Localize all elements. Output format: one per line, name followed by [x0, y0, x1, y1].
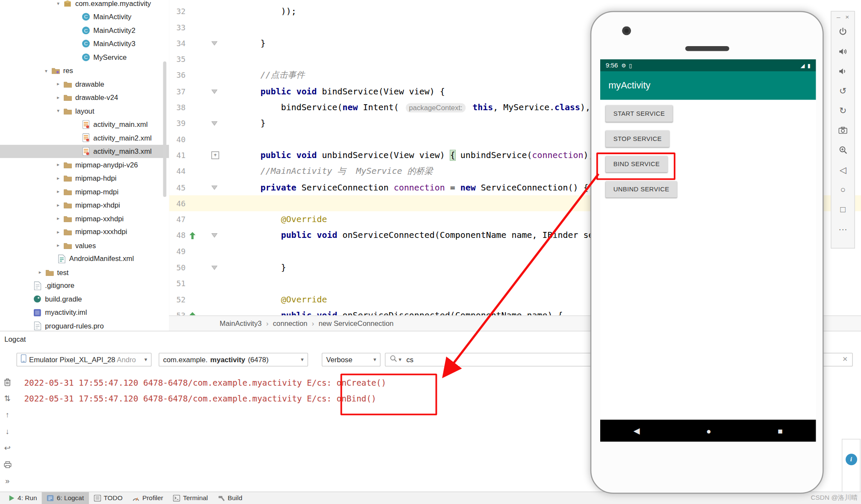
- filter-icon[interactable]: ⇅: [4, 394, 11, 403]
- toolwindow-button-terminal[interactable]: Terminal: [168, 492, 213, 504]
- tree-item-mipmap-anydpi-v26[interactable]: ▸mipmap-anydpi-v26: [0, 158, 169, 171]
- gear-icon: ⚙: [621, 62, 626, 68]
- breadcrumb-item-new-serviceconnection[interactable]: new ServiceConnection: [318, 319, 393, 328]
- fold-expand-icon[interactable]: +: [199, 152, 240, 159]
- tree-expand-arrow-icon[interactable]: ▸: [54, 189, 63, 194]
- emulator-window-controls: –×: [832, 12, 855, 23]
- tree-item-mainactivity3[interactable]: CMainActivity3: [0, 37, 169, 50]
- print-icon[interactable]: [3, 460, 11, 469]
- network-icon: ◢: [800, 62, 805, 68]
- tree-item-gitignore[interactable]: .gitignore: [0, 279, 169, 292]
- info-icon[interactable]: i: [845, 454, 857, 465]
- tree-expand-arrow-icon[interactable]: ▸: [54, 229, 63, 235]
- tree-item-mipmap-xxhdpi[interactable]: ▸mipmap-xxhdpi: [0, 212, 169, 225]
- minimize-icon[interactable]: –: [837, 13, 840, 21]
- tree-item-activity-main3-xml[interactable]: activity_main3.xml: [0, 144, 169, 158]
- toolwindow-button-4-run[interactable]: 4: Run: [3, 492, 42, 504]
- device-selector[interactable]: Emulator Pixel_XL_API_28 Andro ▾: [17, 352, 152, 366]
- process-selector[interactable]: com.example.myactivity (6478) ▾: [159, 352, 308, 366]
- volume-up-icon[interactable]: [838, 47, 848, 56]
- tree-item-activity-main2-xml[interactable]: activity_main2.xml: [0, 131, 169, 144]
- log-level-selector[interactable]: Verbose ▾: [322, 352, 380, 366]
- scroll-up-icon[interactable]: ↑: [6, 410, 9, 420]
- nav-home-button[interactable]: ●: [706, 426, 711, 435]
- nav-recents-button[interactable]: ■: [778, 426, 783, 435]
- back-icon[interactable]: ◁: [840, 165, 846, 175]
- clear-search-icon[interactable]: ✕: [842, 355, 848, 363]
- more-h-icon[interactable]: ···: [838, 224, 847, 234]
- tree-item-mainactivity2[interactable]: CMainActivity2: [0, 23, 169, 37]
- todo-icon: [94, 495, 101, 501]
- tree-expand-arrow-icon[interactable]: ▸: [54, 95, 63, 100]
- iml-icon: [32, 309, 42, 316]
- tree-expand-arrow-icon[interactable]: ▸: [54, 162, 63, 167]
- tree-item-androidmanifest-xml[interactable]: AndroidManifest.xml: [0, 252, 169, 265]
- soft-wrap-icon[interactable]: ↩: [4, 443, 11, 453]
- tree-item-activity-main-xml[interactable]: activity_main.xml: [0, 118, 169, 131]
- tree-item-myactivity-iml[interactable]: myactivity.iml: [0, 306, 169, 319]
- tree-item-layout[interactable]: ▾layout: [0, 104, 169, 117]
- toolwindow-button-6-logcat[interactable]: 6: Logcat: [42, 492, 89, 504]
- tree-item-mainactivity[interactable]: CMainActivity: [0, 10, 169, 23]
- rotate-left-icon[interactable]: ↺: [839, 86, 846, 96]
- tree-item-com-example-myactivity[interactable]: ▾com.example.myactivity: [0, 0, 169, 10]
- tree-expand-arrow-icon[interactable]: ▸: [54, 81, 63, 87]
- tree-item-label: MainActivity: [93, 13, 131, 21]
- project-tree-scrollbar[interactable]: [163, 62, 166, 197]
- tree-expand-arrow-icon[interactable]: ▸: [54, 176, 63, 181]
- watermark: CSDN @洛川晴: [811, 493, 858, 503]
- code-text: @Override: [240, 295, 327, 305]
- overview-icon[interactable]: □: [840, 205, 845, 214]
- tree-item-res[interactable]: ▾res: [0, 64, 169, 77]
- power-icon[interactable]: [838, 27, 847, 36]
- scroll-down-icon[interactable]: ↓: [6, 427, 9, 436]
- rotate-right-icon[interactable]: ↻: [839, 106, 846, 115]
- fold-arrow-icon[interactable]: [199, 41, 240, 45]
- screenshot-icon[interactable]: [838, 126, 847, 135]
- close-icon[interactable]: ×: [845, 13, 849, 21]
- tree-expand-arrow-icon[interactable]: ▾: [42, 68, 51, 73]
- tree-item-test[interactable]: ▸test: [0, 266, 169, 279]
- more-log-icon[interactable]: »: [5, 476, 9, 486]
- tree-item-mipmap-xhdpi[interactable]: ▸mipmap-xhdpi: [0, 198, 169, 211]
- tree-expand-arrow-icon[interactable]: ▸: [54, 216, 63, 221]
- fold-arrow-icon[interactable]: [199, 265, 240, 270]
- clear-logcat-icon[interactable]: [4, 378, 11, 387]
- tree-expand-arrow-icon[interactable]: ▸: [54, 202, 63, 208]
- nav-back-button[interactable]: ◀: [634, 426, 640, 436]
- home-icon[interactable]: ○: [840, 185, 845, 194]
- tree-item-mipmap-hdpi[interactable]: ▸mipmap-hdpi: [0, 171, 169, 185]
- emu-button-unbind-service[interactable]: UNBIND SERVICE: [606, 181, 677, 198]
- fold-arrow-icon[interactable]: [199, 185, 240, 190]
- fold-arrow-icon[interactable]: [199, 233, 240, 237]
- tree-expand-arrow-icon[interactable]: ▸: [54, 243, 63, 248]
- emu-button-stop-service[interactable]: STOP SERVICE: [606, 131, 669, 147]
- emu-button-start-service[interactable]: START SERVICE: [606, 105, 672, 122]
- override-marker-icon[interactable]: [186, 232, 199, 239]
- tree-item-build-gradle[interactable]: build.gradle: [0, 293, 169, 306]
- tree-item-mipmap-mdpi[interactable]: ▸mipmap-mdpi: [0, 185, 169, 198]
- tree-expand-arrow-icon[interactable]: ▾: [54, 1, 63, 6]
- folder-icon: [62, 215, 72, 222]
- tree-item-myservice[interactable]: CMyService: [0, 50, 169, 64]
- folder-res-icon: [50, 67, 60, 74]
- tree-expand-arrow-icon[interactable]: ▸: [35, 270, 44, 275]
- zoom-in-icon[interactable]: [839, 145, 847, 155]
- tree-item-drawable[interactable]: ▸drawable: [0, 77, 169, 91]
- fold-arrow-icon[interactable]: [199, 89, 240, 94]
- toolwindow-button-build[interactable]: Build: [213, 492, 248, 504]
- line-number: 34: [169, 39, 186, 48]
- logcat-icon: [47, 495, 54, 501]
- tree-item-drawable-v24[interactable]: ▸drawable-v24: [0, 91, 169, 104]
- tree-expand-arrow-icon[interactable]: ▾: [54, 108, 63, 114]
- breadcrumb-item-mainactivity3[interactable]: MainActivity3: [220, 319, 262, 328]
- override-marker-icon[interactable]: [186, 312, 199, 315]
- toolwindow-button-profiler[interactable]: Profiler: [127, 492, 168, 504]
- tree-item-mipmap-xxxhdpi[interactable]: ▸mipmap-xxxhdpi: [0, 225, 169, 238]
- tree-item-values[interactable]: ▸values: [0, 239, 169, 252]
- fold-arrow-icon[interactable]: [199, 121, 240, 126]
- tree-item-proguard-rules-pro[interactable]: proguard-rules.pro: [0, 319, 169, 331]
- toolwindow-button-todo[interactable]: TODO: [89, 492, 127, 504]
- volume-down-icon[interactable]: [838, 66, 848, 76]
- breadcrumb-item-connection[interactable]: connection: [273, 319, 307, 328]
